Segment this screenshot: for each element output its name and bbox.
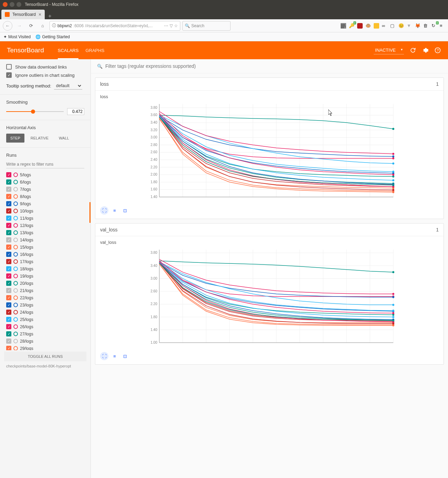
run-checkbox[interactable] [6,339,11,344]
runs-list[interactable]: 5/logs6/logs7/logs8/logs9/logs10/logs11/… [0,171,90,350]
run-radio[interactable] [13,281,18,285]
forward-button[interactable]: → [14,21,24,31]
back-button[interactable]: ← [3,21,12,31]
info-icon[interactable]: ⓘ [52,23,56,29]
run-item[interactable]: 10/logs [0,207,90,215]
home-button[interactable]: ⌂ [38,21,47,31]
window-maximize-button[interactable] [17,2,21,7]
search-bar[interactable]: 🔍 Search [182,21,231,31]
fit-domain-button[interactable]: ⊡ [121,352,129,360]
run-checkbox[interactable] [6,252,11,257]
scrollbar-thumb[interactable] [89,202,90,223]
run-radio[interactable] [13,310,18,314]
run-radio[interactable] [13,346,18,350]
ublock-icon[interactable] [357,23,363,29]
run-checkbox[interactable] [6,324,11,329]
run-checkbox[interactable] [6,266,11,271]
log-axis-button[interactable]: ≡ [110,352,119,360]
help-icon[interactable]: ? [434,47,441,54]
runs-filter-input[interactable] [6,160,84,168]
tab-scalars[interactable]: SCALARS [58,41,79,59]
card-header-loss[interactable]: loss 1 [95,78,444,91]
show-download-checkbox[interactable]: Show data download links [6,64,84,70]
run-radio[interactable] [13,223,18,228]
run-item[interactable]: 14/logs [0,236,90,243]
run-item[interactable]: 21/logs [0,287,90,294]
run-item[interactable]: 15/logs [0,243,90,251]
axis-step-button[interactable]: STEP [6,134,24,143]
ext-icon-4[interactable]: ∞ [382,23,387,29]
run-radio[interactable] [13,194,18,199]
run-radio[interactable] [13,303,18,307]
url-bar[interactable]: ⓘ bbpwn2:6006/#scalars&runSelectionState… [50,21,180,31]
browser-tab[interactable]: TensorBoard × [1,10,45,19]
run-item[interactable]: 27/logs [0,330,90,337]
new-tab-button[interactable]: + [45,13,55,19]
smoothing-slider[interactable] [6,111,64,112]
settings-icon[interactable] [422,47,429,54]
card-header-val-loss[interactable]: val_loss 1 [95,224,444,236]
ext-icon-7[interactable]: ▼ [407,23,412,29]
window-minimize-button[interactable] [10,2,14,7]
run-radio[interactable] [13,317,18,322]
ext-icon-10[interactable]: ↻0 [431,23,437,29]
run-checkbox[interactable] [6,208,11,214]
axis-relative-button[interactable]: RELATIVE [26,134,53,143]
run-checkbox[interactable] [6,223,11,228]
ext-icon-8[interactable]: 🦊 [415,23,420,29]
tab-close-icon[interactable]: × [39,12,41,17]
chart-val-loss[interactable]: 1.001.401.802.202.603.003.403.80 [100,246,439,350]
run-item[interactable]: 29/logs [0,345,90,350]
run-checkbox[interactable] [6,187,11,192]
run-radio[interactable] [13,216,18,220]
run-item[interactable]: 12/logs [0,222,90,229]
run-radio[interactable] [13,209,18,213]
run-radio[interactable] [13,267,18,271]
run-checkbox[interactable] [6,245,11,250]
run-item[interactable]: 11/logs [0,215,90,222]
ext-icon-9[interactable]: 🗑 [423,23,429,29]
axis-wall-button[interactable]: WALL [55,134,73,143]
run-checkbox[interactable] [6,295,11,300]
run-item[interactable]: 5/logs [0,171,90,178]
expand-chart-button[interactable]: ⛶ [100,352,108,360]
run-radio[interactable] [13,252,18,257]
reload-button[interactable]: ⟳ [26,21,36,31]
run-radio[interactable] [13,324,18,329]
run-checkbox[interactable] [6,310,11,315]
log-axis-button[interactable]: ≡ [110,206,119,215]
more-icon[interactable]: ⋯ [164,23,168,28]
smoothing-input[interactable] [67,108,84,115]
run-item[interactable]: 25/logs [0,316,90,323]
run-item[interactable]: 17/logs [0,258,90,265]
fit-domain-button[interactable]: ⊡ [121,206,129,215]
run-checkbox[interactable] [6,179,11,185]
run-radio[interactable] [13,173,18,177]
run-checkbox[interactable] [6,259,11,264]
run-checkbox[interactable] [6,288,11,293]
ext-icon-2[interactable]: 🐵 [365,23,371,29]
run-checkbox[interactable] [6,237,11,242]
run-checkbox[interactable] [6,194,11,199]
run-checkbox[interactable] [6,172,11,177]
bookmark-most-visited[interactable]: ✦ Most Visited [3,34,31,39]
tooltip-sorting-select[interactable]: default [54,82,82,90]
run-item[interactable]: 26/logs [0,323,90,330]
run-radio[interactable] [13,274,18,278]
run-item[interactable]: 20/logs [0,280,90,287]
run-item[interactable]: 19/logs [0,272,90,280]
run-checkbox[interactable] [6,346,11,350]
ext-icon-5[interactable]: ▢ [390,23,396,29]
run-item[interactable]: 13/logs [0,229,90,236]
ext-icon-1[interactable]: 🔑0 [349,23,354,29]
inactive-dropdown[interactable]: INACTIVE [374,46,404,54]
run-item[interactable]: 24/logs [0,309,90,316]
run-radio[interactable] [13,339,18,343]
bookmark-getting-started[interactable]: 🌐 Getting Started [35,34,70,39]
ext-icon-3[interactable] [374,23,379,29]
menu-icon[interactable]: ≡ [440,23,445,29]
run-item[interactable]: 28/logs [0,337,90,345]
run-checkbox[interactable] [6,317,11,322]
run-item[interactable]: 8/logs [0,193,90,200]
run-radio[interactable] [13,238,18,242]
